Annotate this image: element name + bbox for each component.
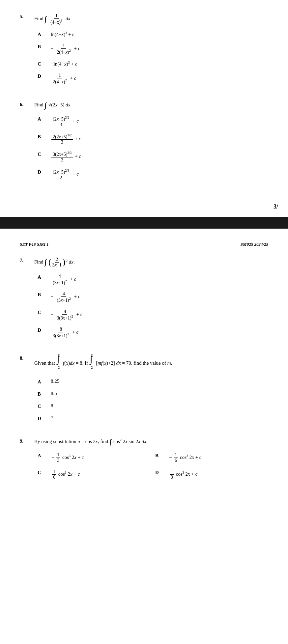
option-value-6-d: (2x+5)2/3 2 + c [51,169,79,181]
set-label: SET P4S SIRI 1 [20,242,49,247]
option-label-6-c: C [38,151,47,157]
option-8-c: C 8 [38,403,266,409]
option-label-9-a: A [38,452,47,459]
option-6-a: A (2x+5)3/2 3 + c [38,116,266,127]
integral-sign-5: ∫ [44,15,46,23]
option-value-7-d: 8 3(3x+1)2 + c [51,327,78,339]
option-8-b: B 8.5 [38,391,266,397]
question-9: 9. By using substitution u = cos 2x, fin… [20,438,268,480]
set-header: SET P4S SIRI 1 SM025 2024/25 [20,242,268,247]
option-label-7-a: A [38,274,47,280]
option-label-7-b: B [38,291,47,297]
option-value-9-c: 1 6 cos3 2x + c [51,469,80,480]
question-8-text: Given that ∫ 5 2 f(x)dx = 8. If ∫ 5 2 [34,355,266,373]
option-7-d: D 8 3(3x+1)2 + c [38,327,266,339]
question-5: 5. Find ∫ 1 (4−x)3 dx A ln(4−x)3 + c [20,13,268,91]
integral-sign-7: ∫ [44,258,46,266]
question-7-text: Find ∫ ( 2 3x+1 )3 dx. [34,257,266,268]
question-number-7: 7. [20,257,33,263]
option-label-7-d: D [38,327,47,333]
option-value-7-b: − 4 (3x+1)2 + c [51,291,80,303]
page-number-top: 3/ [274,203,278,210]
option-9-b: B − 1 6 cos3 2x + c [155,452,266,463]
question-5-content: Find ∫ 1 (4−x)3 dx A ln(4−x)3 + c B [34,13,266,91]
integrand-numerator-5: 1 [54,13,59,19]
integral-sign-6: ∫ [44,101,46,109]
option-label-6-d: D [38,169,47,175]
question-9-content: By using substitution u = cos 2x, find ∫… [34,438,266,480]
option-value-8-d: 7 [51,415,53,421]
option-value-7-c: − 4 3(3x+1)2 + c [51,309,82,321]
option-9-a: A − 1 3 cos3 2x + c [38,452,149,463]
option-value-8-b: 8.5 [51,391,57,396]
option-label-5-a: A [38,31,47,37]
set-code: SM025 2024/25 [241,242,268,247]
option-value-6-a: (2x+5)3/2 3 + c [51,116,79,127]
options-list-5: A ln(4−x)3 + c B − 1 2(4−x)2 + c [38,31,266,85]
option-label-6-b: B [38,133,47,140]
option-value-9-a: − 1 3 cos3 2x + c [51,452,84,463]
option-label-6-a: A [38,116,47,122]
option-label-5-d: D [38,73,47,79]
page-bottom: SET P4S SIRI 1 SM025 2024/25 7. Find ∫ (… [0,232,288,504]
option-value-7-a: 4 (3x+1)2 + c [51,274,76,286]
options-list-8: A 8.25 B 8.5 C 8 D 7 [38,378,266,421]
question-6-content: Find ∫ √(2x+5) dx. A (2x+5)3/2 3 + c [34,101,266,186]
option-7-a: A 4 (3x+1)2 + c [38,274,266,286]
question-7: 7. Find ∫ ( 2 3x+1 )3 dx. A [20,257,268,345]
option-value-9-b: − 1 6 cos3 2x + c [169,452,202,463]
option-value-9-d: 1 3 cos3 2x + c [169,469,197,480]
option-label-5-c: C [38,61,47,67]
options-list-7: A 4 (3x+1)2 + c B − 4 [38,274,266,339]
integrand-denominator-5: (4−x)3 [49,19,64,25]
divider-bar [0,217,288,229]
option-8-a: A 8.25 [38,378,266,385]
option-6-c: C 3(2x+5)2/3 2 + c [38,151,266,163]
question-5-text: Find ∫ 1 (4−x)3 dx [34,13,266,25]
option-value-5-b: − 1 2(4−x)2 + c [51,43,80,55]
question-number-5: 5. [20,13,33,19]
option-6-d: D (2x+5)2/3 2 + c [38,169,266,181]
option-label-8-d: D [38,415,47,421]
option-label-7-c: C [38,309,47,315]
integrand-6: √(2x+5) [48,102,64,107]
option-9-d: D 1 3 cos3 2x + c [155,469,266,480]
option-value-8-c: 8 [51,403,53,408]
option-6-b: B 2(2x+5)3/2 3 + c [38,133,266,145]
option-9-c: C 1 6 cos3 2x + c [38,469,149,480]
option-7-c: C − 4 3(3x+1)2 + c [38,309,266,321]
option-value-6-c: 3(2x+5)2/3 2 + c [51,151,81,163]
options-list-6: A (2x+5)3/2 3 + c B 2(2x+5)3/2 3 [38,116,266,181]
question-number-6: 6. [20,101,33,107]
option-8-d: D 7 [38,415,266,421]
option-7-b: B − 4 (3x+1)2 + c [38,291,266,303]
option-5-c: C −ln(4−x)3 + c [38,61,266,67]
question-6: 6. Find ∫ √(2x+5) dx. A (2x+5)3/2 3 + c [20,101,268,186]
option-value-5-a: ln(4−x)3 + c [51,31,74,37]
option-value-5-c: −ln(4−x)3 + c [51,61,77,67]
question-6-text: Find ∫ √(2x+5) dx. [34,101,266,110]
option-value-8-a: 8.25 [51,378,59,384]
question-number-8: 8. [20,355,33,361]
option-label-9-d: D [155,469,165,475]
question-8: 8. Given that ∫ 5 2 f(x)dx = 8. If ∫ 5 2 [20,355,268,427]
option-5-b: B − 1 2(4−x)2 + c [38,43,266,55]
option-value-5-d: 1 2(4−x)2 + c [51,73,76,85]
question-7-content: Find ∫ ( 2 3x+1 )3 dx. A 4 [34,257,266,345]
integral-sign-9: ∫ [109,438,111,446]
option-label-9-b: B [155,452,165,459]
option-label-8-a: A [38,378,47,385]
options-grid-9: A − 1 3 cos3 2x + c B − [38,452,266,480]
option-label-5-b: B [38,43,47,49]
option-label-8-b: B [38,391,47,397]
option-value-6-b: 2(2x+5)3/2 3 + c [51,133,81,145]
option-5-d: D 1 2(4−x)2 + c [38,73,266,85]
option-label-8-c: C [38,403,47,409]
option-5-a: A ln(4−x)3 + c [38,31,266,37]
question-8-content: Given that ∫ 5 2 f(x)dx = 8. If ∫ 5 2 [34,355,266,427]
question-number-9: 9. [20,438,33,444]
option-label-9-c: C [38,469,47,475]
question-9-text: By using substitution u = cos 2x, find ∫… [34,438,266,446]
